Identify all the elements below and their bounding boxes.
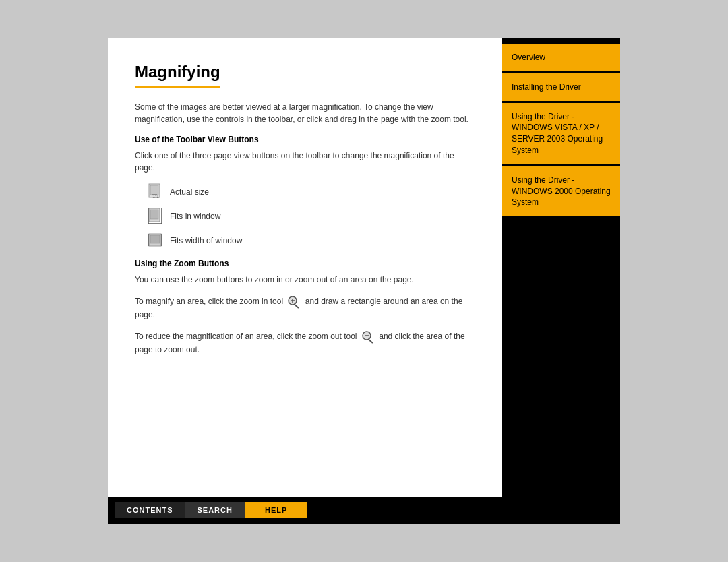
- actual-size-label: Actual size: [170, 187, 209, 197]
- section2-para1: You can use the zoom buttons to zoom in …: [135, 274, 475, 286]
- svg-rect-5: [150, 210, 158, 219]
- svg-rect-1: [150, 185, 158, 195]
- help-arrow-icon: [257, 506, 262, 514]
- svg-line-12: [294, 304, 299, 308]
- sidebar-item-installing[interactable]: Installing the Driver: [502, 73, 620, 103]
- help-button[interactable]: HELP: [245, 502, 307, 518]
- section2-para2: To magnify an area, click the zoom in to…: [135, 295, 475, 321]
- sidebar-win2000-label: Using the Driver - WINDOWS 2000 Operatin…: [512, 175, 611, 208]
- intro-text: Some of the images are better viewed at …: [135, 101, 475, 125]
- section1-description: Click one of the three page view buttons…: [135, 150, 475, 174]
- page-title-container: Magnifying: [135, 63, 475, 88]
- zoom-out-icon: [361, 330, 375, 344]
- contents-button[interactable]: CONTENTS: [115, 502, 185, 518]
- sidebar-vista-label: Using the Driver - WINDOWS VISTA / XP / …: [512, 112, 603, 155]
- para2-prefix: To magnify an area, click the zoom in to…: [135, 296, 283, 306]
- help-arrow-right-icon: [290, 506, 295, 514]
- sidebar: Overview Installing the Driver Using the…: [502, 38, 620, 497]
- nav-bar: CONTENTS SEARCH HELP: [108, 497, 620, 524]
- fits-window-icon: [148, 208, 163, 225]
- section2-para3: To reduce the magnification of an area, …: [135, 330, 475, 356]
- svg-text:1:1: 1:1: [152, 194, 159, 199]
- para3-prefix: To reduce the magnification of an area, …: [135, 332, 357, 341]
- list-item: Fits width of window: [148, 232, 475, 249]
- sidebar-installing-label: Installing the Driver: [512, 82, 581, 92]
- svg-rect-8: [150, 235, 160, 243]
- document-container: Magnifying Some of the images are better…: [108, 38, 620, 524]
- search-button[interactable]: SEARCH: [185, 502, 245, 518]
- sidebar-item-win2000[interactable]: Using the Driver - WINDOWS 2000 Operatin…: [502, 166, 620, 218]
- content-area: Magnifying Some of the images are better…: [108, 38, 502, 497]
- sidebar-item-overview[interactable]: Overview: [502, 44, 620, 73]
- list-item: Fits in window: [148, 208, 475, 225]
- list-item: 1:1 Actual size: [148, 183, 475, 201]
- svg-line-16: [368, 339, 373, 343]
- section1-heading: Use of the Toolbar View Buttons: [135, 135, 475, 144]
- help-label: HELP: [265, 506, 287, 514]
- sidebar-item-vista[interactable]: Using the Driver - WINDOWS VISTA / XP / …: [502, 103, 620, 166]
- page-title: Magnifying: [135, 63, 220, 88]
- actual-size-icon: 1:1: [148, 183, 163, 201]
- sidebar-spacer: [502, 218, 620, 497]
- section2-heading: Using the Zoom Buttons: [135, 259, 475, 268]
- main-area: Magnifying Some of the images are better…: [108, 38, 620, 497]
- fits-width-icon: [148, 232, 163, 249]
- zoom-in-icon: [287, 295, 301, 309]
- sidebar-overview-label: Overview: [512, 53, 545, 62]
- fits-width-label: Fits width of window: [170, 236, 242, 245]
- icon-list: 1:1 Actual size Fits in window: [135, 183, 475, 249]
- fits-window-label: Fits in window: [170, 212, 220, 221]
